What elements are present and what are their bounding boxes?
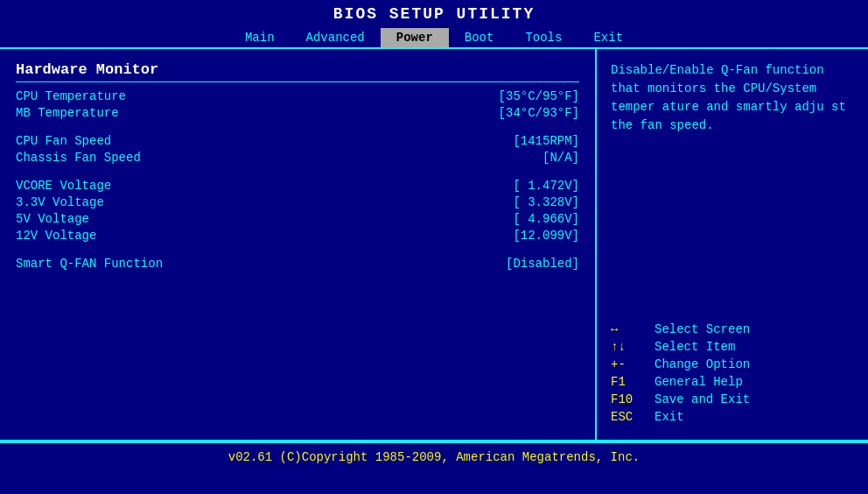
- monitor-value: [Disabled]: [506, 257, 579, 271]
- key-symbol: F10: [611, 392, 654, 406]
- monitor-label: Smart Q-FAN Function: [16, 257, 163, 271]
- bios-title: BIOS SETUP UTILITY: [0, 0, 868, 28]
- key-row: F10Save and Exit: [611, 392, 854, 406]
- main-content: Hardware Monitor CPU Temperature[35°C/95…: [0, 47, 868, 441]
- key-description: Change Option: [654, 357, 750, 371]
- monitor-label: MB Temperature: [16, 106, 119, 120]
- description-text: Disable/Enable Q-Fan function that monit…: [611, 61, 854, 135]
- tab-main[interactable]: Main: [229, 28, 290, 47]
- tab-tools[interactable]: Tools: [509, 28, 578, 47]
- monitor-row: 3.3V Voltage[ 3.328V]: [16, 195, 579, 209]
- monitor-value: [35°C/95°F]: [499, 89, 579, 103]
- spacer-2: [16, 123, 579, 131]
- tab-boot[interactable]: Boot: [449, 28, 510, 47]
- monitor-value: [12.099V]: [513, 229, 579, 243]
- monitor-value: [N/A]: [542, 151, 579, 165]
- key-symbol: ↔: [611, 322, 654, 336]
- tab-bar: MainAdvancedPowerBootToolsExit: [0, 28, 868, 47]
- monitor-label: 5V Voltage: [16, 212, 89, 226]
- key-description: Save and Exit: [654, 392, 750, 406]
- footer: v02.61 (C)Copyright 1985-2009, American …: [0, 441, 868, 471]
- key-row: +-Change Option: [611, 357, 854, 371]
- monitor-row: 5V Voltage[ 4.966V]: [16, 212, 579, 226]
- monitor-label: CPU Temperature: [16, 89, 126, 103]
- key-description: Exit: [654, 410, 684, 424]
- monitor-value: [34°C/93°F]: [499, 106, 579, 120]
- key-symbol: ESC: [611, 410, 654, 424]
- key-description: Select Screen: [654, 322, 750, 336]
- left-panel: Hardware Monitor CPU Temperature[35°C/95…: [0, 49, 597, 440]
- tab-power[interactable]: Power: [381, 28, 449, 47]
- monitor-value: [ 4.966V]: [513, 212, 579, 226]
- spacer-8: [16, 245, 579, 254]
- title-text: BIOS SETUP UTILITY: [333, 5, 535, 23]
- monitor-value: [1415RPM]: [513, 134, 579, 148]
- monitor-label: VCORE Voltage: [16, 179, 111, 193]
- monitor-row: VCORE Voltage[ 1.472V]: [16, 179, 579, 193]
- tab-advanced[interactable]: Advanced: [290, 28, 381, 47]
- monitor-value: [ 3.328V]: [513, 195, 579, 209]
- key-legend: ↔Select Screen↑↓Select Item+-Change Opti…: [611, 319, 854, 427]
- key-row: ESCExit: [611, 410, 854, 424]
- key-symbol: +-: [611, 357, 654, 371]
- key-row: ↑↓Select Item: [611, 340, 854, 354]
- monitor-row: Chassis Fan Speed[N/A]: [16, 151, 579, 165]
- key-symbol: ↑↓: [611, 340, 654, 354]
- key-symbol: F1: [611, 375, 654, 389]
- key-description: Select Item: [654, 340, 735, 354]
- monitor-row: 12V Voltage[12.099V]: [16, 229, 579, 243]
- monitor-label: CPU Fan Speed: [16, 134, 111, 148]
- monitor-row: CPU Temperature[35°C/95°F]: [16, 89, 579, 103]
- monitor-value: [ 1.472V]: [513, 179, 579, 193]
- tab-exit[interactable]: Exit: [578, 28, 639, 47]
- monitor-row: MB Temperature[34°C/93°F]: [16, 106, 579, 120]
- monitor-label: 3.3V Voltage: [16, 195, 104, 209]
- hardware-monitor-heading: Hardware Monitor: [16, 61, 579, 82]
- key-row: ↔Select Screen: [611, 322, 854, 336]
- right-panel: Disable/Enable Q-Fan function that monit…: [597, 49, 868, 440]
- key-description: General Help: [654, 375, 743, 389]
- spacer-4: [16, 167, 579, 176]
- monitor-label: 12V Voltage: [16, 229, 96, 243]
- monitor-rows: CPU Temperature[35°C/95°F]MB Temperature…: [16, 89, 579, 271]
- monitor-label: Chassis Fan Speed: [16, 151, 141, 165]
- monitor-row: CPU Fan Speed[1415RPM]: [16, 134, 579, 148]
- monitor-row: Smart Q-FAN Function[Disabled]: [16, 257, 579, 271]
- key-row: F1General Help: [611, 375, 854, 389]
- footer-text: v02.61 (C)Copyright 1985-2009, American …: [228, 450, 640, 464]
